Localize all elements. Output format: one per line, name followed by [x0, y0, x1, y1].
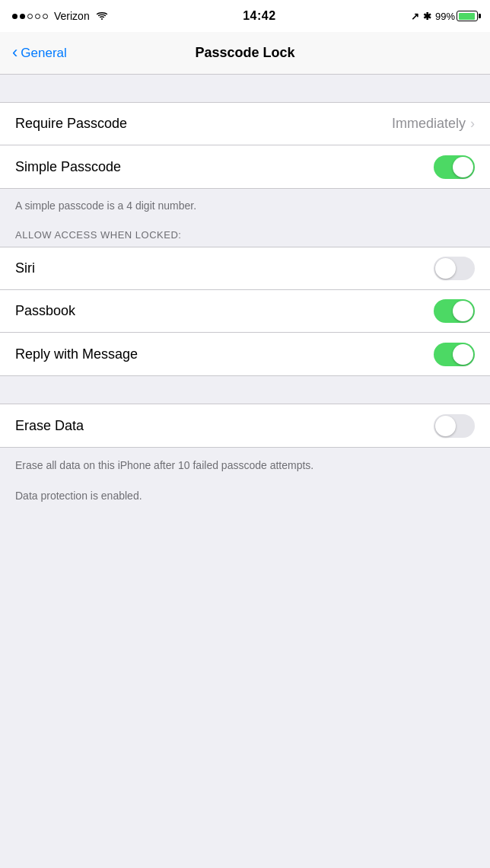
battery-fill: [459, 13, 475, 20]
passbook-toggle[interactable]: [434, 299, 475, 323]
signal-dot-1: [12, 14, 18, 19]
allow-access-header-wrapper: ALLOW ACCESS WHEN LOCKED:: [0, 214, 490, 247]
status-time: 14:42: [243, 9, 275, 23]
status-right: ↗ ✱ 99%: [411, 11, 478, 22]
simple-passcode-knob: [453, 157, 473, 177]
siri-row: Siri: [0, 247, 490, 290]
data-protection-text: Data protection is enabled.: [15, 487, 475, 504]
erase-data-section: Erase Data: [0, 404, 490, 448]
erase-data-description-wrapper: Erase all data on this iPhone after 10 f…: [0, 448, 490, 520]
passcode-section: Require Passcode Immediately › Simple Pa…: [0, 102, 490, 189]
page-title: Passcode Lock: [195, 45, 294, 61]
simple-passcode-label: Simple Passcode: [15, 159, 121, 175]
back-button[interactable]: ‹ General: [12, 46, 67, 61]
passbook-row: Passbook: [0, 290, 490, 333]
signal-dot-5: [43, 14, 48, 19]
passbook-label: Passbook: [15, 303, 75, 319]
reply-message-toggle[interactable]: [434, 343, 475, 366]
wifi-icon: [96, 11, 108, 21]
simple-passcode-row: Simple Passcode: [0, 145, 490, 188]
location-icon: ↗: [411, 11, 419, 22]
simple-passcode-description: A simple passcode is a 4 digit number.: [15, 198, 475, 214]
passbook-knob: [453, 301, 473, 321]
siri-knob: [435, 258, 456, 279]
bluetooth-icon: ✱: [423, 11, 431, 22]
back-button-label: General: [21, 46, 66, 61]
signal-dot-3: [27, 14, 33, 19]
erase-data-row: Erase Data: [0, 404, 490, 447]
reply-message-label: Reply with Message: [15, 346, 138, 362]
signal-dot-4: [35, 14, 40, 19]
erase-data-knob: [435, 416, 456, 436]
status-left: Verizon: [12, 10, 108, 22]
reply-message-row: Reply with Message: [0, 333, 490, 375]
require-passcode-right: Immediately ›: [392, 116, 475, 132]
require-passcode-value: Immediately: [392, 116, 466, 132]
reply-message-knob: [453, 344, 473, 365]
mid-gap: [0, 376, 490, 404]
erase-data-description: Erase all data on this iPhone after 10 f…: [15, 457, 475, 474]
allow-access-header: ALLOW ACCESS WHEN LOCKED:: [15, 229, 475, 241]
carrier-name: Verizon: [54, 10, 90, 22]
battery-icon: [457, 11, 478, 21]
siri-toggle[interactable]: [434, 257, 475, 280]
require-passcode-row[interactable]: Require Passcode Immediately ›: [0, 103, 490, 145]
status-bar: Verizon 14:42 ↗ ✱ 99%: [0, 0, 490, 32]
simple-passcode-description-wrapper: A simple passcode is a 4 digit number.: [0, 189, 490, 214]
signal-dot-2: [20, 14, 25, 19]
erase-data-toggle[interactable]: [434, 414, 475, 438]
back-chevron-icon: ‹: [12, 44, 18, 61]
nav-bar: ‹ General Passcode Lock: [0, 32, 490, 75]
require-passcode-label: Require Passcode: [15, 116, 127, 132]
allow-access-section: Siri Passbook Reply with Message: [0, 247, 490, 376]
erase-data-label: Erase Data: [15, 418, 84, 434]
top-spacer: [0, 75, 490, 102]
siri-label: Siri: [15, 260, 35, 276]
battery-wrapper: 99%: [435, 11, 478, 22]
require-passcode-chevron: ›: [470, 116, 475, 132]
simple-passcode-toggle[interactable]: [434, 155, 475, 179]
signal-strength: [12, 14, 48, 19]
battery-percent: 99%: [435, 11, 455, 22]
